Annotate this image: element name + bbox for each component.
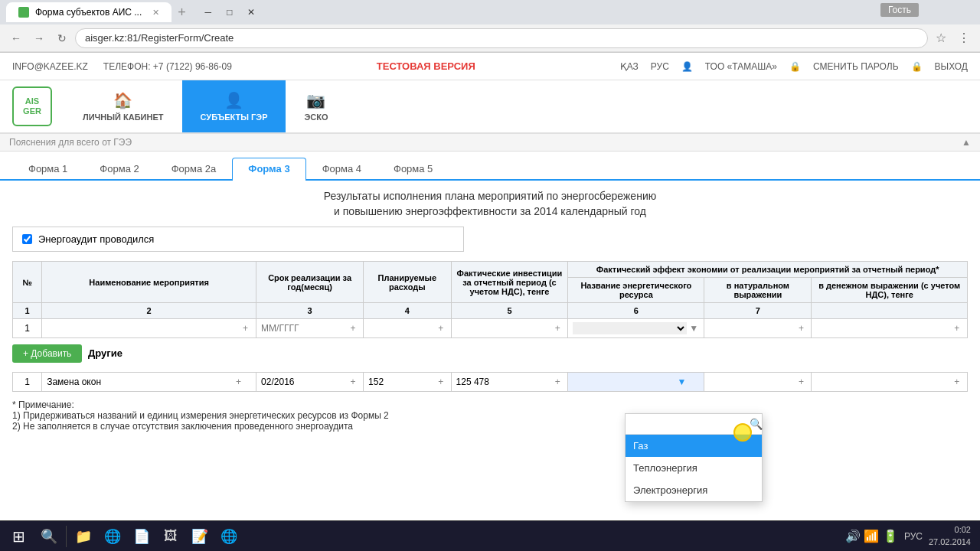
collapse-bar[interactable]: Пояснения для всего от ГЭЭ ▲ [0,134,980,152]
taskbar-word-btn[interactable]: 📝 [186,523,214,550]
address-bar[interactable] [75,28,928,48]
dropdown-search-input[interactable] [629,417,750,431]
col-num-2: 2 [42,303,256,319]
lock-icon: 🔒 [789,61,801,72]
taskbar-lang: РУС [904,531,923,542]
logo: AISGER [12,86,52,126]
col-num-3: 3 [256,303,364,319]
org-name[interactable]: ТОО «ТАМАША» [705,61,777,72]
tab-close-btn[interactable]: ✕ [152,8,159,18]
dropdown-trigger-btn[interactable]: ▼ [675,376,688,388]
forward-btn[interactable]: → [29,28,49,48]
cell-btn-natural-1[interactable]: + [795,322,806,334]
main-content: Форма 1 Форма 2 Форма 2а Форма 3 Форма 4… [0,152,980,551]
cell-data-monetary-btn[interactable]: + [951,376,962,388]
input-data-natural[interactable] [709,377,794,387]
cell-data-name-btn[interactable]: + [232,376,244,388]
logo-text: AISGER [23,96,41,116]
taskbar-chrome-btn[interactable]: 🌐 [215,523,243,550]
cell-btn-name-1[interactable]: + [240,322,251,334]
taskbar-date-value: 27.02.2014 [929,536,971,548]
col-header-num: № [13,262,42,303]
taskbar-img-btn[interactable]: 🖼 [157,523,185,550]
input-investments-1[interactable] [456,323,551,334]
nav-item-personal[interactable]: 🏠 ЛИЧНЫЙ КАБИНЕТ [64,80,182,132]
cell-btn-monetary-1[interactable]: + [951,322,962,334]
minimize-btn[interactable]: ─ [198,5,218,20]
tab-form3[interactable]: Форма 3 [232,158,305,181]
taskbar-search-btn[interactable]: 🔍 [35,523,63,550]
input-data-name[interactable] [47,377,230,387]
cell-btn-planned-1[interactable]: + [436,322,446,334]
tab-form5[interactable]: Форма 5 [377,158,449,179]
col-header-planned: Планируемые расходы [364,262,452,303]
input-data-investments[interactable] [456,377,551,387]
cell-data-planned-btn[interactable]: + [436,376,446,388]
input-data-monetary[interactable] [816,377,949,387]
bookmark-btn[interactable]: ☆ [931,28,951,48]
col-num-5: 5 [451,303,568,319]
cell-data-natural-btn[interactable]: + [795,376,806,388]
input-natural-1[interactable] [709,323,794,334]
nav-label-esko: ЭСКО [304,112,328,122]
cell-data-planned: + [364,373,452,392]
col-header-energy-name: Название энергетического ресурса [568,278,704,303]
maximize-btn[interactable]: □ [220,5,240,20]
dropdown-item-gas[interactable]: Газ [626,435,762,457]
cell-btn-investments-1[interactable]: + [552,322,563,334]
cell-data-energy[interactable]: ▼ [568,373,704,392]
close-btn[interactable]: ✕ [241,5,261,20]
cell-btn-period-1[interactable]: + [348,322,358,334]
input-period-1[interactable] [261,323,346,334]
input-planned-1[interactable] [368,323,434,334]
browser-tab[interactable]: Форма субъектов АИС ... ✕ [6,2,172,22]
data-table-2: 1 + + [12,372,968,392]
lang-rus[interactable]: РУС [651,61,669,72]
section-label: Другие [88,347,122,359]
new-tab-btn[interactable]: + [172,5,192,21]
select-energy-1[interactable] [573,322,687,334]
cell-data-monetary: + [812,373,968,392]
input-data-planned[interactable] [368,377,434,387]
back-btn[interactable]: ← [6,28,26,48]
logout-link[interactable]: ВЫХОД [935,61,968,72]
dropdown-item-electric[interactable]: Электроэнергия [626,479,762,501]
cell-name-1: + [42,319,256,338]
tab-form4[interactable]: Форма 4 [306,158,377,179]
input-data-energy[interactable] [573,377,674,387]
reload-btn[interactable]: ↻ [52,28,72,48]
data-table: № Наименование мероприятия Срок реализац… [12,261,968,338]
tab-form1[interactable]: Форма 1 [12,158,83,179]
nav-items: 🏠 ЛИЧНЫЙ КАБИНЕТ 👤 СУБЪЕКТЫ ГЭР 📷 ЭСКО [64,80,347,132]
cell-data-investments-btn[interactable]: + [552,376,563,388]
audit-checkbox-label: Энергоаудит проводился [38,233,154,245]
dropdown-item-heat[interactable]: Теплоэнергия [626,457,762,479]
audit-checkbox[interactable] [22,234,32,244]
col-num-4: 4 [364,303,452,319]
tab-form2[interactable]: Форма 2 [83,158,155,179]
lang-kaz[interactable]: ҚАЗ [620,61,639,72]
notes-section: * Примечание: 1) Придерживаться названий… [12,399,968,432]
tab-form2a[interactable]: Форма 2а [155,158,233,179]
cell-energy-1: ▼ [568,319,704,338]
cell-data-num: 1 [13,373,42,392]
add-btn[interactable]: + Добавить [12,344,82,363]
change-password-link[interactable]: СМЕНИТЬ ПАРОЛЬ [813,61,899,72]
menu-btn[interactable]: ⋮ [954,28,974,48]
taskbar-ie-btn[interactable]: 🌐 [99,523,126,550]
cell-data-period-btn[interactable]: + [348,376,358,388]
camera-icon: 📷 [306,91,325,109]
taskbar-doc-btn[interactable]: 📄 [128,523,155,550]
input-data-period[interactable] [261,377,346,387]
input-name-1[interactable] [47,323,238,334]
input-monetary-1[interactable] [816,323,949,334]
cell-data-name: + [42,373,256,392]
search-icon: 🔍 [750,418,763,430]
cell-btn-energy-1[interactable]: ▼ [688,322,699,334]
start-btn[interactable]: ⊞ [3,523,34,550]
col-num-8 [812,303,968,319]
nav-item-subjects[interactable]: 👤 СУБЪЕКТЫ ГЭР [182,80,286,132]
taskbar-file-btn[interactable]: 📁 [70,523,97,550]
collapse-text: Пояснения для всего от ГЭЭ [9,137,132,148]
nav-item-esko[interactable]: 📷 ЭСКО [286,80,346,132]
